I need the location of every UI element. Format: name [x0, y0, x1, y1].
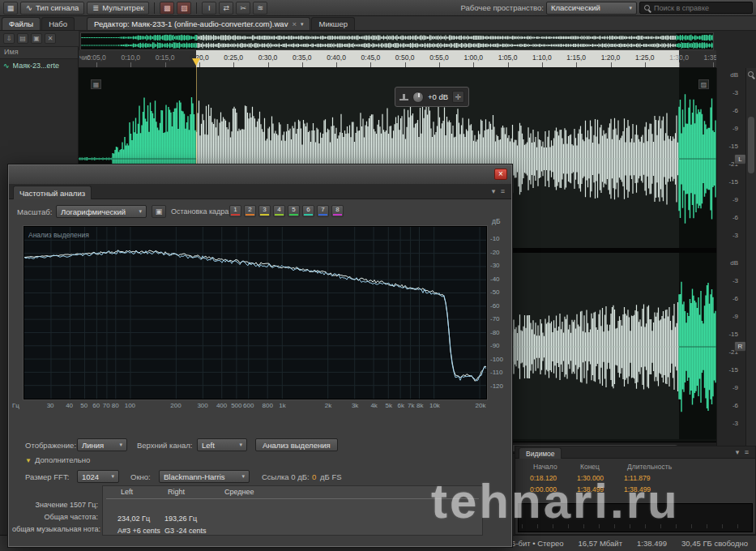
pitch-display-icon[interactable]: ▨: [177, 2, 191, 15]
dialog-close-button[interactable]: ×: [494, 169, 507, 180]
import-file-icon[interactable]: ⇩: [3, 33, 15, 44]
frame-hold-number: 6: [306, 207, 310, 213]
volume-hud[interactable]: +0 dB ✛: [395, 87, 469, 107]
reference-value[interactable]: 0: [312, 472, 316, 481]
selection-cell[interactable]: 1:38.499: [624, 485, 651, 493]
ruler-tick-label: 1:35,0: [700, 53, 716, 62]
table-cell: 234,02 Гц: [117, 515, 150, 523]
frame-hold-button-4[interactable]: 4: [273, 205, 285, 217]
ruler-tick: [611, 62, 612, 67]
fx-rack-icon[interactable]: ▨: [698, 79, 709, 89]
amplitude-ruler[interactable]: dB-3-6-9-15-21-15-9-6-3dB-3-6-9-15-21-15…: [716, 68, 745, 454]
selection-cell[interactable]: 0:18.120: [530, 474, 557, 482]
fft-size-label: Размер FFT:: [25, 472, 69, 481]
fft-size-value: 1024: [82, 472, 99, 481]
scale-value: Логарифмический: [61, 207, 126, 216]
selection-cell[interactable]: 1:11.879: [624, 474, 650, 482]
snapshot-icon[interactable]: ▣: [152, 205, 166, 218]
dialog-titlebar[interactable]: [9, 165, 511, 185]
top-channel-value: Left: [202, 441, 215, 450]
tab-files[interactable]: Файлы: [2, 17, 41, 30]
window-dropdown[interactable]: Blackmann-Harris▾: [159, 470, 250, 483]
freq-tick-label: 2k: [318, 402, 338, 409]
vertical-zoom-scrollbar[interactable]: [745, 68, 756, 454]
selection-cell[interactable]: 0:00.000: [530, 485, 557, 493]
status-item: 16-бит • Стерео: [507, 539, 564, 548]
razor-tool-icon[interactable]: ✂: [236, 2, 250, 15]
tab-editor[interactable]: Редактор: Маяк-233-1 (online-audio-conve…: [87, 17, 310, 30]
fft-size-dropdown[interactable]: 1024▾: [77, 470, 119, 483]
frame-hold-number: 5: [292, 207, 295, 213]
freq-tick-label: 600: [239, 402, 258, 409]
db-scale-label: -9: [719, 196, 738, 203]
spectral-display-icon[interactable]: ▩: [160, 2, 174, 15]
open-folder-icon[interactable]: ▣: [31, 33, 42, 44]
search-input[interactable]: [654, 4, 743, 12]
chevron-down-icon: ▾: [629, 5, 632, 11]
db-scale-label: -3: [719, 89, 738, 96]
frame-hold-button-8[interactable]: 8: [331, 205, 344, 217]
panel-menu-icon[interactable]: ▾ ≡: [492, 187, 506, 195]
vertical-scroll-thumb[interactable]: [748, 117, 754, 173]
timeline-ruler[interactable]: чис0:05,00:10,00:15,00:20,00:25,00:30,00…: [79, 50, 716, 68]
frame-hold-button-6[interactable]: 6: [302, 205, 314, 217]
channel-options-icon[interactable]: ▦: [91, 79, 101, 89]
files-name-header[interactable]: Имя: [0, 47, 78, 59]
frame-hold-button-1[interactable]: 1: [229, 205, 241, 217]
file-list-item[interactable]: ∿ Маяк-23...erte: [0, 59, 78, 72]
zoom-icon[interactable]: [748, 71, 754, 77]
volume-knob[interactable]: [412, 92, 424, 103]
waveform-view-button[interactable]: ∿Тип сигнала: [20, 2, 84, 15]
top-channel-dropdown[interactable]: Left▾: [197, 438, 247, 451]
waveform-icon: ∿: [26, 3, 32, 12]
frame-hold-number: 8: [335, 207, 339, 213]
close-icon[interactable]: ×: [292, 19, 297, 28]
dialog-tabbar: Частотный анализ ▾ ≡: [9, 185, 511, 199]
panel-menu-icon[interactable]: ▾ ≡: [736, 448, 750, 456]
graph-db-label: -10: [490, 235, 511, 242]
selection-cell[interactable]: 1:30.000: [577, 474, 604, 482]
frame-hold-button-3[interactable]: 3: [258, 205, 271, 217]
tab-visible[interactable]: Видимое: [519, 447, 562, 459]
waveform-overview-strip[interactable]: [80, 32, 714, 50]
right-channel-button[interactable]: R: [734, 341, 746, 352]
new-file-icon[interactable]: ▤: [17, 33, 28, 44]
display-dropdown[interactable]: Линия▾: [77, 438, 127, 451]
db-scale-label: -3: [719, 232, 738, 239]
help-search-box[interactable]: [639, 2, 753, 14]
scan-selection-button[interactable]: Анализ выделения: [255, 438, 338, 451]
reference-label: Ссылка 0 дБ:: [262, 472, 310, 481]
tab-presets[interactable]: Набо: [41, 17, 75, 30]
left-channel-button[interactable]: L: [734, 154, 746, 164]
advanced-disclosure[interactable]: ▼Дополнительно: [25, 455, 90, 464]
graph-db-label: -30: [490, 262, 511, 269]
scale-dropdown[interactable]: Логарифмический▾: [56, 205, 147, 218]
ruler-tick: [679, 62, 680, 67]
graph-db-label: -70: [490, 315, 511, 322]
move-tool-icon[interactable]: ⇄: [219, 2, 233, 15]
dialog-title: Частотный анализ: [19, 189, 85, 198]
ruler-tick: [542, 62, 543, 67]
app-menu-icon[interactable]: ▦: [3, 2, 18, 15]
multitrack-icon: ≣: [92, 3, 99, 12]
workspace-dropdown[interactable]: Классический▾: [546, 2, 637, 15]
freq-tick-label: 3k: [345, 402, 365, 409]
scrub-tool-icon[interactable]: ≋: [253, 2, 267, 15]
top-channel-label: Верхний канал:: [137, 441, 192, 450]
delete-file-icon[interactable]: ✕: [45, 33, 56, 44]
ruler-tick: [439, 62, 440, 67]
frame-hold-button-2[interactable]: 2: [244, 205, 256, 217]
frame-hold-button-5[interactable]: 5: [288, 205, 300, 217]
multitrack-button[interactable]: ≣Мультитрек: [87, 2, 149, 15]
playhead-marker[interactable]: [192, 58, 200, 66]
tab-mixer[interactable]: Микшер: [311, 17, 355, 30]
selection-panel-tabbar: Видимое ▾ ≡: [515, 446, 755, 459]
hold-color-bar: [246, 214, 254, 216]
freq-tick-label: 1k: [272, 402, 292, 409]
selection-column-header: Начало: [533, 463, 557, 471]
frame-hold-button-7[interactable]: 7: [317, 205, 329, 217]
drag-handle-icon[interactable]: ✛: [452, 91, 464, 103]
selection-cell[interactable]: 1:38.499: [577, 485, 604, 493]
time-selection-tool-icon[interactable]: I: [202, 2, 216, 15]
frequency-analysis-tab[interactable]: Частотный анализ: [13, 186, 92, 199]
